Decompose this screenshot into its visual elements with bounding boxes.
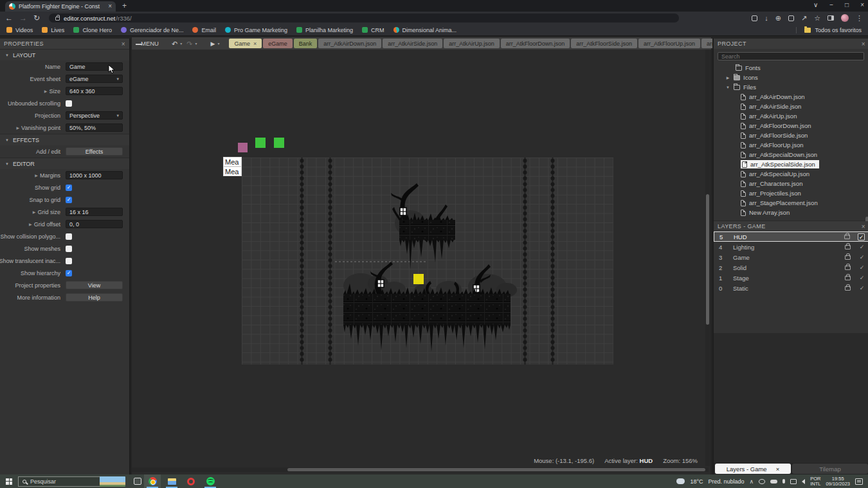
green-object[interactable] [255,138,266,148]
section-layout[interactable]: ▼ LAYOUT [0,49,129,60]
tab-close-icon[interactable]: × [108,3,112,10]
lock-icon[interactable] [845,286,851,291]
tab-json[interactable]: arr_AtkFloorSide.json [571,39,637,48]
onedrive-icon[interactable] [770,480,777,483]
layer-row-game[interactable]: 3 Game ✓ [714,252,868,262]
taskbar-spotify[interactable] [202,474,219,488]
tab-json[interactable]: arr_AtkAirDown.json [318,39,381,48]
view-button[interactable]: View [66,281,123,289]
expander-icon[interactable]: ▶ [29,222,32,226]
expander-collapsed-icon[interactable]: ▶ [725,75,730,80]
vanishing-point-field[interactable] [66,123,123,132]
bookmark-clone-hero[interactable]: Clone Hero [73,27,112,33]
grid-offset-field[interactable] [66,220,123,228]
effects-button[interactable]: Effects [66,147,123,156]
window-maximize-button[interactable]: □ [845,1,849,8]
tab-bank[interactable]: Bank [294,39,318,48]
tab-layers-game[interactable]: Layers - Game × [715,464,791,474]
play-button[interactable]: ▶ [210,40,215,48]
browser-tab[interactable]: Platform Fighter Engine - Const × [5,1,116,12]
green-object[interactable] [274,138,284,148]
tree-folder-icons[interactable]: ▶ Icons [725,73,868,82]
vertical-scrollbar[interactable] [705,50,710,466]
start-button[interactable] [0,474,18,488]
tree-file[interactable]: arr_Projectiles.json [725,188,868,198]
visibility-checkbox[interactable]: ✓ [858,285,865,291]
tab-tilemap[interactable]: Tilemap [792,464,868,474]
translate-icon[interactable] [788,15,794,21]
clock[interactable]: 19:55 09/10/2023 [826,476,850,487]
tab-search-icon[interactable] [752,15,757,21]
reload-button[interactable]: ↻ [33,14,40,22]
layout-area[interactable] [242,158,613,365]
pink-object[interactable] [238,143,248,152]
window-menu-chevron-icon[interactable]: ∨ [813,1,818,8]
bookmark-crm[interactable]: CRM [362,27,384,33]
weather-desc[interactable]: Pred. nublado [709,478,745,485]
speaker-icon[interactable] [802,479,805,484]
tree-file[interactable]: arr_AtkAirUp.json [725,111,868,121]
redo-button[interactable]: ↷ [186,40,192,48]
close-icon[interactable]: × [862,41,865,48]
tree-file[interactable]: arr_AtkFloorUp.json [725,140,868,150]
show-collision-checkbox[interactable] [66,233,72,240]
tab-game[interactable]: Game× [229,39,262,48]
all-bookmarks-button[interactable]: Todos os favoritos [796,27,862,33]
bookmark-pro-game-marketing[interactable]: Pro Game Marketing [225,27,287,33]
visibility-checkbox[interactable]: ✓ [858,275,865,281]
show-translucent-checkbox[interactable] [66,258,72,264]
yellow-object[interactable] [413,274,424,284]
address-bar[interactable]: editor.construct.net /r336/ [49,14,679,23]
weather-temp[interactable]: 18°C [690,478,703,485]
lock-icon[interactable] [844,235,850,239]
expander-icon[interactable]: ▶ [16,125,19,130]
layer-row-static[interactable]: 0 Static ✓ [714,283,868,293]
share-icon[interactable]: ↗ [801,14,807,23]
bookmark-planilha-marketing[interactable]: Planilha Marketing [296,27,353,33]
bookmark-gerenciador[interactable]: Gerenciador de Ne... [121,27,184,33]
bookmark-dimensional-anima[interactable]: Dimensional Anima... [393,27,457,33]
expander-expanded-icon[interactable]: ▼ [725,86,730,89]
tree-file-selected[interactable]: arr_AtkSpecialSide.json [725,159,868,169]
help-button[interactable]: Help [66,293,123,302]
lock-icon[interactable] [845,245,851,249]
margins-field[interactable] [66,171,123,179]
news-widget-image[interactable] [100,476,125,487]
unbounded-scrolling-checkbox[interactable] [66,100,72,107]
taskbar-search[interactable]: Pesquisar [18,476,103,487]
tree-folder-fonts[interactable]: Fonts [725,63,868,73]
tree-file[interactable]: arr_AtkSpecialUp.json [725,169,868,179]
tree-file[interactable]: arr_AtkAirDown.json [725,92,868,102]
bookmark-star-icon[interactable]: ☆ [814,14,820,23]
menu-button[interactable]: MENU [141,40,159,47]
show-hierarchy-checkbox[interactable]: ✓ [66,270,72,276]
layer-row-stage[interactable]: 1 Stage ✓ [714,273,868,283]
tree-file[interactable]: arr_AtkFloorDown.json [725,121,868,131]
layer-row-solid[interactable]: 2 Solid ✓ [714,262,868,273]
tab-json[interactable]: arr_AtkFloorUp.json [638,39,700,48]
close-icon[interactable]: × [122,41,125,48]
project-search-input[interactable] [718,52,864,60]
projection-select[interactable]: Perspective ▾ [66,111,123,120]
close-icon[interactable]: × [776,465,780,473]
bookmark-email[interactable]: Email [192,27,216,33]
visibility-checkbox[interactable]: ✓ [858,264,865,271]
action-center-icon[interactable] [855,478,863,485]
close-icon[interactable]: × [862,223,865,230]
display-icon[interactable] [790,479,797,484]
browser-menu-kebab-icon[interactable]: ⋮ [856,14,863,23]
close-icon[interactable]: × [253,41,257,47]
microphone-icon[interactable] [782,479,785,483]
snap-to-grid-checkbox[interactable]: ✓ [66,197,72,203]
zoom-icon[interactable]: ⊕ [775,14,781,23]
section-effects[interactable]: ▼ EFFECTS [0,134,129,145]
expander-icon[interactable]: ▶ [35,173,38,177]
visibility-checkbox[interactable]: ✓ [858,233,865,240]
tree-file[interactable]: arr_Characters.json [725,179,868,188]
forward-button[interactable]: → [19,14,27,22]
tray-chevron-icon[interactable]: ∧ [750,478,754,485]
side-panel-icon[interactable] [827,15,834,21]
lock-icon[interactable] [845,255,851,260]
tab-json[interactable]: arr_AtkAirUp.json [444,39,500,48]
window-minimize-button[interactable]: − [829,1,833,8]
